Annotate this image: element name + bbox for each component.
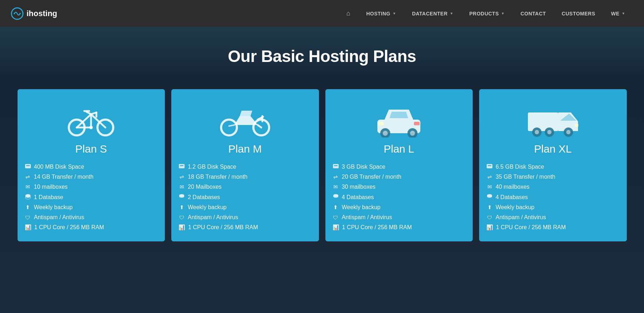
plan-xl-features: 6.5 GB Disk Space ⇌ 35 GB Transfer / mon… bbox=[486, 162, 620, 232]
disk-icon bbox=[333, 163, 339, 170]
nav-products-label: PRODUCTS bbox=[469, 11, 499, 16]
svg-point-2 bbox=[19, 13, 21, 14]
list-item: ⬆ Weekly backup bbox=[178, 202, 312, 212]
list-item: 400 MB Disk Space bbox=[25, 162, 158, 172]
nav-customers-label: CUSTOMERS bbox=[562, 11, 595, 16]
svg-line-21 bbox=[258, 125, 261, 127]
svg-point-1 bbox=[14, 13, 15, 14]
list-item: 1 Database bbox=[25, 192, 158, 202]
nav-we[interactable]: WE ▼ bbox=[603, 0, 633, 27]
transfer-icon: ⇌ bbox=[178, 174, 185, 180]
plan-card-m: Plan M 1.2 GB Disk Space ⇌ 18 GB Transfe… bbox=[171, 89, 319, 241]
backup-icon: ⬆ bbox=[178, 204, 185, 211]
list-item: 3 GB Disk Space bbox=[333, 162, 466, 172]
list-item: 🛡 Antispam / Antivirus bbox=[486, 212, 620, 222]
list-item: ⇌ 14 GB Transfer / month bbox=[25, 172, 158, 182]
mail-icon: ✉ bbox=[178, 184, 185, 190]
list-item: 📊 1 CPU Core / 256 MB RAM bbox=[486, 222, 620, 232]
we-chevron-icon: ▼ bbox=[622, 11, 625, 15]
plan-xl-name: Plan XL bbox=[534, 143, 572, 155]
plan-s-features: 400 MB Disk Space ⇌ 14 GB Transfer / mon… bbox=[25, 162, 158, 232]
list-item: 6.5 GB Disk Space bbox=[486, 162, 620, 172]
nav-we-label: WE bbox=[611, 11, 620, 16]
hero-section: Our Basic Hosting Plans bbox=[0, 27, 644, 77]
logo-icon bbox=[11, 7, 24, 20]
svg-point-37 bbox=[535, 130, 539, 134]
plan-card-l: Plan L 3 GB Disk Space ⇌ 20 GB Transfer … bbox=[325, 89, 473, 241]
mail-icon: ✉ bbox=[486, 184, 493, 190]
nav-customers[interactable]: CUSTOMERS bbox=[554, 0, 603, 27]
plans-grid: Plan S 400 MB Disk Space ⇌ 14 GB Transfe… bbox=[18, 89, 627, 241]
svg-rect-30 bbox=[378, 122, 384, 125]
list-item: ⇌ 20 GB Transfer / month bbox=[333, 172, 466, 182]
mail-icon: ✉ bbox=[25, 184, 31, 190]
transfer-icon: ⇌ bbox=[486, 174, 493, 180]
svg-rect-35 bbox=[528, 112, 558, 131]
plan-s-icon-area bbox=[68, 100, 114, 139]
plans-section: Plan S 400 MB Disk Space ⇌ 14 GB Transfe… bbox=[0, 77, 644, 256]
nav-products[interactable]: PRODUCTS ▼ bbox=[461, 0, 512, 27]
hosting-chevron-icon: ▼ bbox=[392, 11, 396, 15]
nav-hosting[interactable]: HOSTING ▼ bbox=[358, 0, 404, 27]
transfer-icon: ⇌ bbox=[25, 174, 31, 180]
svg-point-41 bbox=[566, 130, 571, 134]
disk-icon bbox=[178, 163, 185, 170]
backup-icon: ⬆ bbox=[333, 204, 339, 211]
list-item: 📊 1 CPU Core / 256 MB RAM bbox=[333, 222, 466, 232]
products-chevron-icon: ▼ bbox=[501, 11, 505, 15]
list-item: ✉ 20 Mailboxes bbox=[178, 182, 312, 192]
list-item: ✉ 40 mailboxes bbox=[486, 182, 620, 192]
hero-title: Our Basic Hosting Plans bbox=[7, 47, 637, 66]
plan-l-name: Plan L bbox=[384, 143, 414, 155]
car-icon bbox=[374, 102, 424, 138]
navbar: ihosting ⌂ HOSTING ▼ DATACENTER ▼ PRODUC… bbox=[0, 0, 644, 27]
svg-point-29 bbox=[410, 131, 415, 136]
backup-icon: ⬆ bbox=[25, 204, 31, 211]
bicycle-icon bbox=[68, 102, 114, 138]
shield-icon: 🛡 bbox=[178, 215, 185, 221]
list-item: 📊 1 CPU Core / 256 MB RAM bbox=[178, 222, 312, 232]
nav-home[interactable]: ⌂ bbox=[339, 0, 358, 27]
disk-icon bbox=[25, 163, 31, 170]
database-icon bbox=[333, 194, 339, 201]
cpu-icon: 📊 bbox=[25, 224, 32, 231]
list-item: 4 Databases bbox=[486, 192, 620, 202]
logo-link[interactable]: ihosting bbox=[11, 7, 57, 20]
shield-icon: 🛡 bbox=[25, 215, 31, 221]
list-item: ⇌ 18 GB Transfer / month bbox=[178, 172, 312, 182]
list-item: ✉ 30 mailboxes bbox=[333, 182, 466, 192]
cpu-icon: 📊 bbox=[333, 224, 339, 231]
list-item: 🛡 Antispam / Antivirus bbox=[178, 212, 312, 222]
cpu-icon: 📊 bbox=[178, 224, 185, 231]
svg-rect-15 bbox=[26, 165, 30, 166]
shield-icon: 🛡 bbox=[333, 215, 339, 221]
list-item: ⬆ Weekly backup bbox=[486, 202, 620, 212]
database-icon bbox=[178, 194, 185, 201]
plan-m-features: 1.2 GB Disk Space ⇌ 18 GB Transfer / mon… bbox=[178, 162, 312, 232]
nav-contact-label: CONTACT bbox=[520, 11, 546, 16]
svg-rect-31 bbox=[414, 122, 420, 125]
plan-m-icon-area bbox=[220, 100, 270, 139]
shield-icon: 🛡 bbox=[486, 215, 493, 221]
home-icon: ⌂ bbox=[347, 10, 350, 17]
svg-rect-23 bbox=[180, 165, 183, 166]
plan-card-s: Plan S 400 MB Disk Space ⇌ 14 GB Transfe… bbox=[18, 89, 165, 241]
truck-icon bbox=[526, 102, 580, 138]
plan-m-name: Plan M bbox=[228, 143, 262, 155]
list-item: ⬆ Weekly backup bbox=[25, 202, 158, 212]
database-icon bbox=[486, 194, 493, 201]
svg-point-17 bbox=[221, 120, 237, 135]
mail-icon: ✉ bbox=[333, 184, 339, 190]
plan-l-icon-area bbox=[374, 100, 424, 139]
list-item: ⬆ Weekly backup bbox=[333, 202, 466, 212]
nav-contact[interactable]: CONTACT bbox=[512, 0, 554, 27]
plan-l-features: 3 GB Disk Space ⇌ 20 GB Transfer / month… bbox=[333, 162, 466, 232]
svg-point-13 bbox=[89, 126, 93, 129]
nav-datacenter-label: DATACENTER bbox=[412, 11, 448, 16]
svg-rect-33 bbox=[334, 165, 338, 166]
list-item: ✉ 10 mailboxes bbox=[25, 182, 158, 192]
nav-datacenter[interactable]: DATACENTER ▼ bbox=[404, 0, 462, 27]
plan-card-xl: Plan XL 6.5 GB Disk Space ⇌ 35 GB Transf… bbox=[479, 89, 627, 241]
datacenter-chevron-icon: ▼ bbox=[450, 11, 453, 15]
plan-xl-icon-area bbox=[526, 100, 580, 139]
